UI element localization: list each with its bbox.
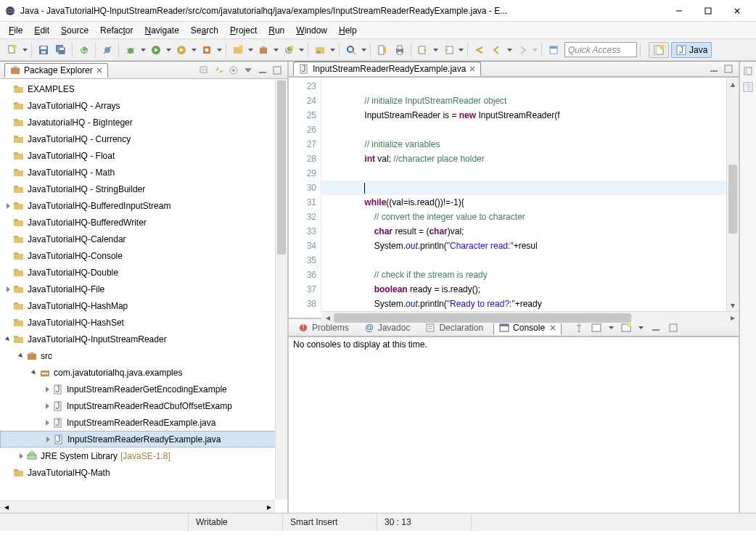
twisty-icon[interactable]: [42, 418, 52, 428]
tree-row[interactable]: JavaTutorialHQ-Console: [0, 247, 287, 264]
maximize-button[interactable]: [694, 1, 723, 21]
twisty-icon[interactable]: [3, 268, 13, 278]
menu-window[interactable]: Window: [292, 24, 332, 37]
close-button[interactable]: [723, 1, 752, 21]
twisty-icon[interactable]: [3, 117, 13, 128]
open-task-button[interactable]: [312, 42, 328, 58]
tree-row[interactable]: JavaTutorialHQ-Calendar: [0, 231, 287, 247]
focus-task-button[interactable]: [228, 65, 239, 76]
tree-row[interactable]: com.javatutorialhq.java.examples: [0, 364, 287, 381]
scroll-right-arrow[interactable]: ▸: [726, 312, 739, 324]
twisty-icon[interactable]: [16, 351, 26, 361]
menu-refactor[interactable]: Refactor: [96, 24, 137, 37]
scroll-down-arrow[interactable]: ▾: [727, 299, 739, 311]
run-dropdown[interactable]: [165, 42, 172, 58]
twisty-icon[interactable]: [29, 368, 39, 378]
tree-row[interactable]: src: [0, 347, 287, 364]
minimize-view-button[interactable]: [257, 65, 268, 76]
link-editor-button[interactable]: [213, 65, 225, 76]
twisty-icon[interactable]: [3, 318, 13, 328]
restore-view-button[interactable]: [742, 65, 754, 77]
tree-row[interactable]: JavaTutorialHQ-BufferedWriter: [0, 214, 287, 231]
menu-navigate[interactable]: Navigate: [140, 24, 183, 37]
new-dropdown[interactable]: [22, 42, 28, 58]
tree-row[interactable]: JavaTutorialHQ-Math: [0, 464, 287, 481]
search-dropdown[interactable]: [361, 42, 367, 58]
open-type-button[interactable]: C: [76, 42, 92, 58]
tree-row[interactable]: EXAMPLES: [0, 80, 287, 97]
editor-vertical-scrollbar[interactable]: ▴ ▾: [726, 78, 739, 311]
scrollbar-thumb[interactable]: [728, 165, 737, 234]
twisty-icon[interactable]: [3, 151, 13, 161]
twisty-icon[interactable]: [3, 234, 13, 244]
menu-search[interactable]: Search: [186, 24, 223, 37]
tree-row[interactable]: JavaTutorialHQ-HashSet: [0, 314, 287, 331]
scroll-up-arrow[interactable]: ▴: [727, 78, 739, 90]
java-perspective-button[interactable]: JJava: [671, 42, 712, 58]
package-explorer-tab[interactable]: Package Explorer: [4, 63, 108, 78]
vertical-scrollbar[interactable]: [275, 79, 287, 500]
back-button[interactable]: [489, 42, 505, 58]
open-console-button[interactable]: [620, 322, 632, 334]
new-package-dropdown[interactable]: [273, 42, 279, 58]
menu-help[interactable]: Help: [334, 24, 361, 37]
minimize-bottom-button[interactable]: [650, 322, 662, 334]
open-perspective-button[interactable]: [649, 42, 669, 58]
close-icon[interactable]: [469, 65, 476, 73]
save-all-button[interactable]: [53, 42, 69, 58]
new-package-button[interactable]: [255, 42, 271, 58]
prev-annotation-button[interactable]: [440, 42, 456, 58]
new-class-button[interactable]: C: [281, 42, 297, 58]
twisty-icon[interactable]: [3, 334, 13, 344]
menu-source[interactable]: Source: [57, 24, 93, 37]
tree-row[interactable]: JInputStreamReaderGetEncodingExample: [0, 381, 287, 397]
twisty-icon[interactable]: [43, 434, 53, 445]
new-java-project-button[interactable]: [230, 42, 246, 58]
tree-row[interactable]: JavaTutorialHQ - Arrays: [0, 97, 287, 114]
forward-dropdown[interactable]: [532, 42, 538, 58]
twisty-icon[interactable]: [3, 134, 13, 144]
tree-row[interactable]: JInputStreamReaderReadCbufOffsetExamp: [0, 397, 287, 414]
twisty-icon[interactable]: [3, 218, 13, 228]
search-button[interactable]: [343, 42, 359, 58]
view-menu-button[interactable]: [242, 65, 254, 76]
tree-row[interactable]: JavaTutorialHQ-BufferedInputStream: [0, 197, 287, 214]
new-java-project-dropdown[interactable]: [247, 42, 254, 58]
save-button[interactable]: [36, 42, 52, 58]
run-last-dropdown[interactable]: [191, 42, 197, 58]
twisty-icon[interactable]: [3, 101, 13, 111]
tree-row[interactable]: JInputStreamReaderReadyExample.java: [0, 431, 287, 447]
tree-row[interactable]: JavaTutorialHQ - StringBuilder: [0, 181, 287, 197]
next-annotation-dropdown[interactable]: [432, 42, 439, 58]
tree-row[interactable]: JavaTutorialHQ - Currency: [0, 131, 287, 147]
twisty-icon[interactable]: [3, 468, 13, 478]
twisty-icon[interactable]: [3, 184, 13, 194]
tree-row[interactable]: JavatutorialHQ - BigInteger: [0, 114, 287, 131]
scroll-right-arrow[interactable]: ▸: [263, 501, 275, 513]
tree-row[interactable]: JavaTutorialHQ - Float: [0, 147, 287, 164]
twisty-icon[interactable]: [16, 451, 26, 461]
close-icon[interactable]: [96, 67, 103, 74]
open-task-dropdown[interactable]: [329, 42, 336, 58]
tree-row[interactable]: JRE System Library[JavaSE-1.8]: [0, 447, 287, 464]
menu-edit[interactable]: Edit: [30, 24, 54, 37]
run-button[interactable]: [148, 42, 164, 58]
maximize-view-button[interactable]: [271, 65, 283, 76]
twisty-icon[interactable]: [3, 301, 13, 311]
close-icon[interactable]: [549, 324, 556, 331]
prev-annotation-dropdown[interactable]: [458, 42, 464, 58]
editor-body[interactable]: 23242526272829303132333435363738 // init…: [289, 77, 739, 311]
forward-button[interactable]: [514, 42, 530, 58]
twisty-icon[interactable]: [42, 384, 52, 395]
print-button[interactable]: [392, 42, 408, 58]
editor-tab[interactable]: J InputStreamReaderReadyExample.java: [293, 62, 481, 76]
external-tools-button[interactable]: [199, 42, 215, 58]
outline-trim-button[interactable]: [742, 81, 754, 93]
horizontal-scrollbar[interactable]: ◂ ▸: [0, 500, 275, 513]
tree-row[interactable]: JInputStreamReaderReadExample.java: [0, 414, 287, 431]
package-explorer-tree[interactable]: EXAMPLESJavaTutorialHQ - ArraysJavatutor…: [0, 79, 287, 513]
collapse-all-button[interactable]: [199, 65, 210, 76]
run-last-button[interactable]: [173, 42, 189, 58]
last-edit-button[interactable]: [472, 42, 488, 58]
menu-file[interactable]: File: [4, 24, 27, 37]
